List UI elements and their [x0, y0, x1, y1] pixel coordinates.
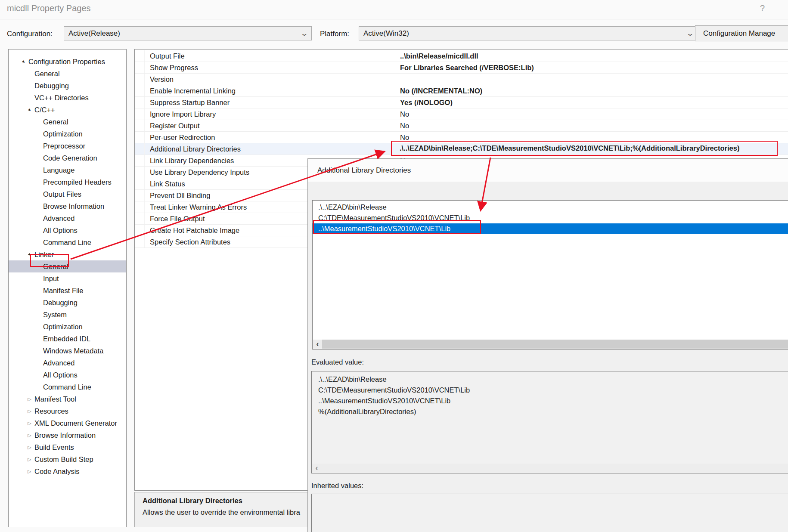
evaluated-value-box: .\..\EZAD\bin\ReleaseC:\TDE\MeasurementS…: [311, 371, 788, 473]
tree-item-label: Language: [43, 166, 74, 174]
scroll-left-arrow-icon[interactable]: ‹: [312, 464, 321, 473]
property-row[interactable]: Enable Incremental Linking No (/INCREMEN…: [135, 85, 788, 97]
evaluated-value-line: .\..\EZAD\bin\Release: [318, 374, 788, 385]
directories-listbox: .\..\EZAD\bin\ReleaseC:\TDE\MeasurementS…: [312, 200, 788, 350]
tree-item-label: C/C++: [34, 106, 55, 114]
tree-item[interactable]: Command Line: [9, 381, 126, 393]
tree-item[interactable]: Windows Metadata: [9, 345, 126, 357]
tree-expander-icon[interactable]: ▼: [25, 251, 33, 258]
tree-item-label: Input: [43, 275, 59, 283]
property-value[interactable]: No: [396, 132, 788, 143]
popup-title: Additional Library Directories: [317, 166, 411, 175]
tree-item[interactable]: Debugging: [9, 80, 126, 92]
row-gutter: [135, 62, 145, 73]
row-gutter: [135, 178, 145, 189]
tree-item[interactable]: Embedded IDL: [9, 333, 126, 345]
scrollbar-thumb[interactable]: [322, 340, 788, 349]
tree-item[interactable]: VC++ Directories: [9, 92, 126, 104]
property-value[interactable]: No: [396, 108, 788, 120]
configuration-label: Configuration:: [7, 30, 53, 38]
tree-item-label: General: [34, 70, 60, 78]
tree-item[interactable]: ▼ C/C++: [9, 104, 126, 116]
row-gutter: [135, 50, 145, 62]
configuration-dropdown[interactable]: Active(Release) ⌄: [64, 26, 312, 40]
tree-item[interactable]: ▷ Resources: [9, 405, 126, 417]
additional-library-directories-value[interactable]: .\..\EZAD\bin\Release;C:\TDE\Measurement…: [400, 142, 774, 155]
row-gutter: [135, 213, 145, 224]
tree-item[interactable]: Input: [9, 272, 126, 285]
tree-item[interactable]: ▷ Custom Build Step: [9, 453, 126, 465]
tree-item-label: General: [43, 263, 68, 271]
tree-item[interactable]: All Options: [9, 224, 126, 236]
tree-item-label: Linker: [34, 251, 54, 259]
tree-expander-icon[interactable]: ▷: [26, 408, 33, 414]
tree-item[interactable]: ▷ Code Analysis: [9, 465, 126, 477]
tree-item[interactable]: Advanced: [9, 212, 126, 224]
tree-expander-icon[interactable]: ▷: [26, 445, 33, 450]
directory-list-item[interactable]: ..\MeasurementStudioVS2010\VCNET\Lib: [313, 223, 788, 234]
horizontal-scrollbar[interactable]: ‹: [313, 340, 788, 349]
tree-item-label: Optimization: [43, 323, 83, 331]
tree-item-label: Code Analysis: [34, 467, 80, 476]
tree-item[interactable]: ▷ Build Events: [9, 441, 126, 453]
help-icon[interactable]: ?: [760, 3, 765, 13]
tree-expander-icon[interactable]: ▼: [19, 58, 27, 65]
property-value[interactable]: ..\bin\Release/micdll.dll: [396, 50, 788, 62]
tree-item[interactable]: ▷ Browse Information: [9, 429, 126, 441]
tree-expander-icon[interactable]: ▷: [26, 396, 33, 402]
tree-item[interactable]: General: [9, 68, 126, 80]
tree-item-label: Configuration Properties: [28, 58, 105, 66]
tree-item-label: Debugging: [43, 299, 78, 307]
configuration-manager-button[interactable]: Configuration Manage: [695, 25, 788, 41]
property-row[interactable]: Suppress Startup Banner Yes (/NOLOGO): [135, 97, 788, 108]
tree-item[interactable]: Optimization: [9, 128, 126, 140]
property-row[interactable]: Per-user Redirection No: [135, 132, 788, 143]
directory-list-item[interactable]: .\..\EZAD\bin\Release: [313, 202, 788, 213]
tree-item-label: Manifest Tool: [34, 395, 76, 403]
popup-titlebar[interactable]: Additional Library Directories: [308, 159, 788, 182]
tree-item[interactable]: ▷ XML Document Generator: [9, 417, 126, 429]
configuration-dropdown-value: Active(Release): [68, 29, 298, 38]
tree-item[interactable]: Language: [9, 164, 126, 176]
property-value[interactable]: For Libraries Searched (/VERBOSE:Lib): [396, 62, 788, 73]
page-title: micdll Property Pages: [7, 3, 91, 13]
tree-item[interactable]: Output Files: [9, 188, 126, 200]
tree-item[interactable]: Preprocessor: [9, 140, 126, 152]
tree-item[interactable]: Optimization: [9, 321, 126, 333]
tree-item[interactable]: ▷ Manifest Tool: [9, 393, 126, 405]
tree-item[interactable]: Precompiled Headers: [9, 176, 126, 188]
tree-item[interactable]: Manifest File: [9, 285, 126, 297]
tree-expander-icon[interactable]: ▼: [25, 106, 33, 114]
property-row[interactable]: Ignore Import Library No: [135, 108, 788, 120]
inherited-values-box[interactable]: [311, 494, 788, 532]
property-row[interactable]: Register Output No: [135, 120, 788, 132]
tree-item[interactable]: Advanced: [9, 357, 126, 369]
property-row[interactable]: Show Progress For Libraries Searched (/V…: [135, 62, 788, 74]
property-row[interactable]: Output File ..\bin\Release/micdll.dll: [135, 50, 788, 62]
property-value[interactable]: No: [396, 120, 788, 131]
property-row[interactable]: Version: [135, 74, 788, 85]
horizontal-scrollbar[interactable]: ‹: [312, 464, 788, 473]
tree-item[interactable]: Browse Information: [9, 200, 126, 212]
directory-list-item[interactable]: C:\TDE\MeasurementStudioVS2010\VCNET\Lib: [313, 213, 788, 223]
tree-expander-icon[interactable]: ▷: [26, 457, 33, 462]
tree-expander-icon[interactable]: ▷: [26, 421, 33, 426]
tree-item[interactable]: General: [9, 260, 126, 272]
tree-expander-icon[interactable]: ▷: [26, 433, 33, 438]
platform-dropdown[interactable]: Active(Win32) ⌄: [359, 26, 698, 40]
tree-item[interactable]: Command Line: [9, 236, 126, 248]
property-value[interactable]: No (/INCREMENTAL:NO): [396, 85, 788, 96]
property-value[interactable]: Yes (/NOLOGO): [396, 97, 788, 108]
property-value[interactable]: [396, 74, 788, 85]
tree-item[interactable]: All Options: [9, 369, 126, 381]
tree-item[interactable]: System: [9, 309, 126, 321]
tree-item[interactable]: General: [9, 116, 126, 128]
tree-expander-icon[interactable]: ▷: [26, 469, 33, 474]
row-gutter: [135, 155, 145, 166]
tree-item[interactable]: ▼ Linker: [9, 248, 126, 260]
tree-item[interactable]: Code Generation: [9, 152, 126, 164]
tree-item-label: Embedded IDL: [43, 335, 90, 343]
scroll-left-arrow-icon[interactable]: ‹: [313, 340, 322, 349]
tree-item[interactable]: ▼ Configuration Properties: [9, 56, 126, 68]
tree-item[interactable]: Debugging: [9, 297, 126, 309]
